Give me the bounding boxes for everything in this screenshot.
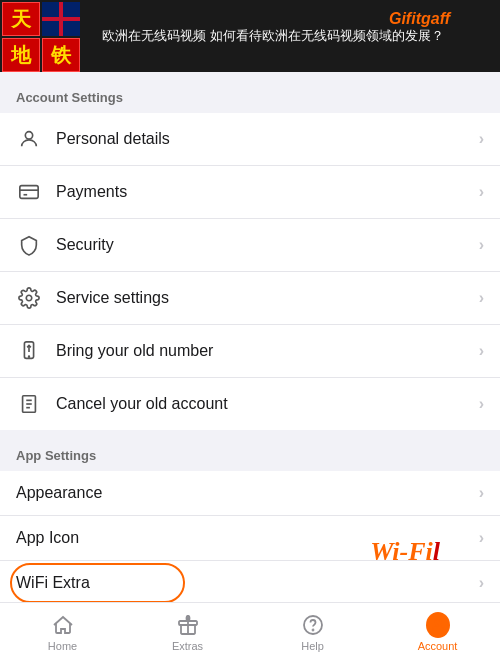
gift-icon [176,613,200,637]
security-label: Security [56,236,479,254]
service-settings-label: Service settings [56,289,479,307]
payments-item[interactable]: Payments › [0,166,500,219]
svg-point-4 [26,295,32,301]
card-icon [16,179,42,205]
personal-details-item[interactable]: Personal details › [0,113,500,166]
person-icon [16,126,42,152]
help-icon [301,613,325,637]
nav-home-label: Home [48,640,77,652]
char-3: 铁 [42,38,80,72]
nav-account-label: Account [418,640,458,652]
account-settings-header: Account Settings [0,72,500,113]
app-settings-group: Appearance › App Icon › WiFi Extra › [0,471,500,602]
nav-home[interactable]: Home [0,607,125,658]
bring-old-number-label: Bring your old number [56,342,479,360]
security-item[interactable]: Security › [0,219,500,272]
char-2: 地 [2,38,40,72]
nav-help[interactable]: Help [250,607,375,658]
account-settings-group: Personal details › Payments › Security › [0,113,500,430]
screen-list-icon [16,391,42,417]
service-settings-chevron: › [479,289,484,307]
char-1: 天 [2,2,40,36]
svg-rect-1 [20,186,38,199]
payments-label: Payments [56,183,479,201]
app-icon-label: App Icon [16,529,479,547]
shield-icon [16,232,42,258]
svg-point-15 [312,630,313,631]
cancel-old-account-chevron: › [479,395,484,413]
wifi-extra-chevron: › [479,574,484,592]
app-icon-chevron: › [479,529,484,547]
cancel-old-account-label: Cancel your old account [56,395,479,413]
security-chevron: › [479,236,484,254]
wifi-extra-label: WiFi Extra [16,574,479,592]
chinese-chars-overlay: 天 地 铁 [2,2,80,72]
account-icon [426,613,450,637]
nav-extras-label: Extras [172,640,203,652]
top-banner: 天 地 铁 欧洲在无线码视频 如何看待欧洲在无线码视频领域的发展？ Gifitg… [0,0,500,72]
bring-old-number-chevron: › [479,342,484,360]
bring-old-number-item[interactable]: Bring your old number › [0,325,500,378]
banner-text: 欧洲在无线码视频 如何看待欧洲在无线码视频领域的发展？ [102,27,488,45]
cancel-old-account-item[interactable]: Cancel your old account › [0,378,500,430]
personal-details-chevron: › [479,130,484,148]
wifi-extra-item[interactable]: WiFi Extra › [0,561,500,602]
gear-icon [16,285,42,311]
personal-details-label: Personal details [56,130,479,148]
app-icon-item[interactable]: App Icon › [0,516,500,561]
nav-help-label: Help [301,640,324,652]
app-settings-header: App Settings [0,430,500,471]
nav-extras[interactable]: Extras [125,607,250,658]
appearance-chevron: › [479,484,484,502]
svg-point-0 [25,132,32,139]
service-settings-item[interactable]: Service settings › [0,272,500,325]
appearance-label: Appearance [16,484,479,502]
payments-chevron: › [479,183,484,201]
home-icon [51,613,75,637]
svg-point-16 [435,620,440,625]
main-content: Account Settings Personal details › Paym… [0,72,500,602]
bottom-nav: Home Extras Help [0,602,500,662]
nav-account[interactable]: Account [375,607,500,658]
flag-uk [42,2,80,36]
banner-brand: Gifitgaff [389,10,450,28]
phone-transfer-icon [16,338,42,364]
appearance-item[interactable]: Appearance › [0,471,500,516]
